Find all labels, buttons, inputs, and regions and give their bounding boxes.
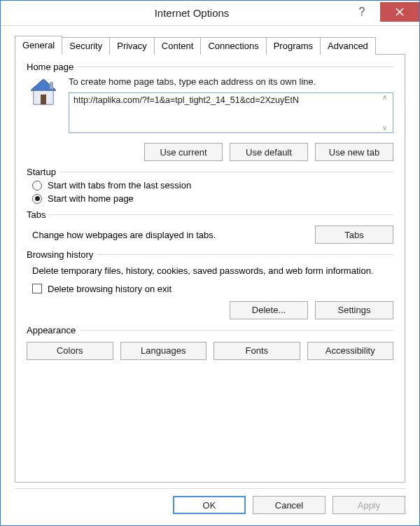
use-default-button[interactable]: Use default <box>230 143 308 161</box>
tab-advanced[interactable]: Advanced <box>320 37 376 55</box>
close-icon <box>396 8 404 16</box>
colors-button[interactable]: Colors <box>27 342 113 360</box>
languages-button[interactable]: Languages <box>120 342 207 360</box>
svg-rect-4 <box>50 82 53 89</box>
tab-programs[interactable]: Programs <box>266 37 321 55</box>
close-button[interactable] <box>380 2 419 22</box>
textarea-scroll[interactable]: ∧∨ <box>382 94 392 132</box>
checkbox-icon <box>32 284 42 293</box>
fonts-button[interactable]: Fonts <box>214 342 300 360</box>
tab-security[interactable]: Security <box>62 37 110 55</box>
use-current-button[interactable]: Use current <box>144 143 223 161</box>
startup-opt1-label: Start with tabs from the last session <box>48 180 191 191</box>
ok-button[interactable]: OK <box>173 496 246 514</box>
radio-icon <box>32 181 42 191</box>
tabs-label: Tabs <box>27 209 46 220</box>
delete-button[interactable]: Delete... <box>230 301 308 319</box>
tab-panel-general: Home page To create home page tabs, type… <box>15 54 405 483</box>
svg-rect-3 <box>41 95 46 104</box>
history-label: Browsing history <box>27 249 93 260</box>
help-button[interactable]: ? <box>344 2 380 22</box>
startup-radio-home-page[interactable]: Start with home page <box>32 193 393 204</box>
tab-general[interactable]: General <box>15 36 62 55</box>
home-page-input[interactable] <box>69 92 393 133</box>
settings-button[interactable]: Settings <box>315 301 393 319</box>
tabs-button[interactable]: Tabs <box>315 226 393 244</box>
home-icon <box>27 76 60 110</box>
apply-button[interactable]: Apply <box>332 496 405 514</box>
accessibility-button[interactable]: Accessibility <box>307 342 394 360</box>
home-page-desc: To create home page tabs, type each addr… <box>69 76 393 87</box>
appearance-label: Appearance <box>27 325 76 335</box>
tab-privacy[interactable]: Privacy <box>109 37 155 55</box>
startup-label: Startup <box>27 167 56 177</box>
titlebar: Internet Options ? <box>1 1 419 26</box>
tab-strip: General Security Privacy Content Connect… <box>15 37 405 55</box>
radio-icon <box>32 194 42 204</box>
window-title: Internet Options <box>40 7 344 19</box>
content-area: General Security Privacy Content Connect… <box>1 26 419 488</box>
tab-connections[interactable]: Connections <box>200 37 266 55</box>
tab-content[interactable]: Content <box>154 37 202 55</box>
history-desc: Delete temporary files, history, cookies… <box>32 264 393 278</box>
home-page-label: Home page <box>27 62 74 72</box>
internet-options-window: Internet Options ? General Security Priv… <box>0 0 420 526</box>
startup-opt2-label: Start with home page <box>48 193 134 204</box>
dialog-footer: OK Cancel Apply <box>1 489 419 525</box>
tabs-desc: Change how webpages are displayed in tab… <box>32 230 305 240</box>
use-new-tab-button[interactable]: Use new tab <box>315 143 393 161</box>
delete-on-exit-label: Delete browsing history on exit <box>48 284 172 294</box>
cancel-button[interactable]: Cancel <box>253 496 326 514</box>
delete-on-exit-checkbox[interactable]: Delete browsing history on exit <box>32 284 393 294</box>
startup-radio-last-session[interactable]: Start with tabs from the last session <box>32 180 393 191</box>
